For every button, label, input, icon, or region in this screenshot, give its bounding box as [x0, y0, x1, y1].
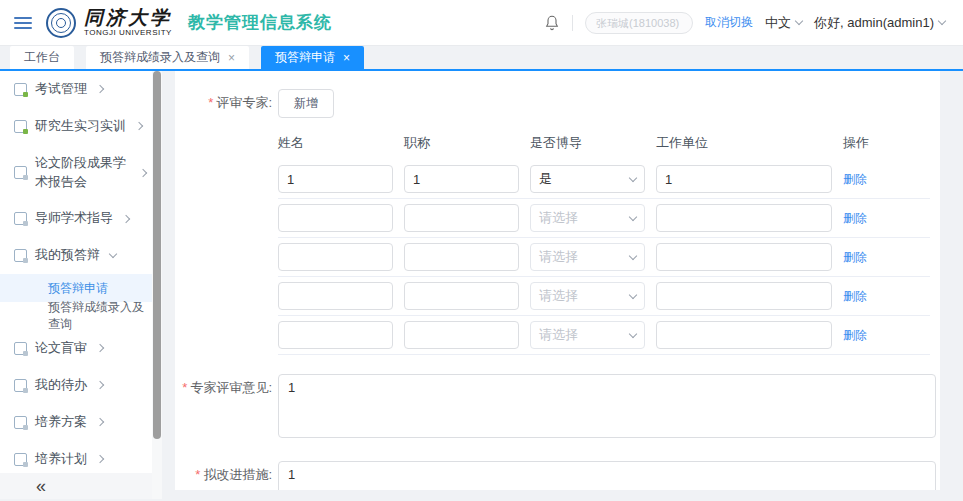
layout-gap [162, 71, 175, 499]
close-icon[interactable]: × [228, 52, 235, 64]
expert-unit-input[interactable] [656, 243, 832, 271]
expert-unit-input[interactable] [656, 165, 832, 193]
header: 同济大学 TONGJI UNIVERSITY 教学管理信息系统 取消切换 中文 … [0, 0, 963, 46]
add-expert-button[interactable]: 新增 [278, 89, 334, 118]
required-asterisk: * [182, 380, 187, 395]
sidebar-item-tutor-guidance[interactable]: 导师学术指导 [0, 200, 152, 237]
tab-workbench[interactable]: 工作台 [10, 46, 74, 69]
expert-label: *评审专家: [175, 89, 272, 355]
chevron-right-icon [96, 455, 104, 463]
col-action: 操作 [843, 134, 930, 152]
sidebar-subitem-predefense-application[interactable]: 预答辩申请 [0, 274, 152, 302]
chevron-right-icon [135, 122, 143, 130]
opinion-label: *专家评审意见: [175, 374, 272, 442]
chevron-down-icon [629, 173, 637, 181]
chevron-down-icon [109, 250, 117, 258]
sidebar: 考试管理 研究生实习实训 论文阶段成果学术报告会 导师学术指导 我的预答辩 [0, 71, 152, 499]
user-switch-input[interactable] [585, 12, 693, 34]
expert-title-input[interactable] [404, 243, 519, 271]
chevron-right-icon [96, 85, 104, 93]
table-row: 请选择 删除 [278, 316, 930, 355]
plan-icon [14, 453, 27, 466]
sidebar-subitem-predefense-scores[interactable]: 预答辩成绩录入及查询 [0, 302, 152, 330]
header-divider [572, 15, 573, 31]
chevron-right-icon [96, 381, 104, 389]
expert-title-input[interactable] [404, 204, 519, 232]
table-row: 请选择 删除 [278, 277, 930, 316]
doctoral-select[interactable]: 请选择 [530, 243, 645, 271]
opinion-section: *专家评审意见: 1 [175, 374, 930, 442]
doctoral-select[interactable]: 请选择 [530, 282, 645, 310]
sidebar-item-blind-review[interactable]: 论文盲审 [0, 330, 152, 367]
delete-row-link[interactable]: 删除 [843, 210, 930, 227]
expert-title-input[interactable] [404, 282, 519, 310]
measures-section: *拟改进措施: 1 [175, 461, 930, 490]
tongji-logo [46, 8, 76, 38]
sidebar-item-training-program[interactable]: 培养方案 [0, 404, 152, 441]
sidebar-item-thesis-report[interactable]: 论文阶段成果学术报告会 [0, 145, 152, 201]
blind-review-icon [14, 342, 27, 355]
cancel-switch-link[interactable]: 取消切换 [705, 14, 753, 31]
language-selector[interactable]: 中文 [765, 14, 802, 32]
chevron-down-icon [629, 329, 637, 337]
delete-row-link[interactable]: 删除 [843, 288, 930, 305]
guidance-icon [14, 212, 27, 225]
chevron-down-icon [629, 212, 637, 220]
university-name-en: TONGJI UNIVERSITY [84, 29, 172, 37]
greeting-label: 你好, admin(admin1) [814, 14, 934, 32]
table-header-row: 姓名 职称 是否博导 工作单位 操作 [278, 128, 930, 160]
expert-unit-input[interactable] [656, 282, 832, 310]
opinion-textarea[interactable]: 1 [278, 374, 936, 438]
expert-name-input[interactable] [278, 282, 393, 310]
table-row: 请选择 删除 [278, 238, 930, 277]
sidebar-item-internship[interactable]: 研究生实习实训 [0, 108, 152, 145]
todo-icon [14, 379, 27, 392]
expert-name-input[interactable] [278, 204, 393, 232]
tab-predefense-application[interactable]: 预答辩申请 × [261, 46, 364, 69]
delete-row-link[interactable]: 删除 [843, 249, 930, 266]
doctoral-select[interactable]: 请选择 [530, 321, 645, 349]
university-name-cn: 同济大学 [84, 8, 172, 27]
sidebar-item-my-predefense[interactable]: 我的预答辩 [0, 237, 152, 274]
col-doctoral: 是否博导 [530, 134, 645, 152]
doctoral-select[interactable]: 请选择 [530, 204, 645, 232]
expert-name-input[interactable] [278, 321, 393, 349]
chevron-right-icon [96, 418, 104, 426]
col-unit: 工作单位 [656, 134, 832, 152]
user-menu[interactable]: 你好, admin(admin1) [814, 14, 945, 32]
col-title: 职称 [404, 134, 519, 152]
table-row: 请选择 删除 [278, 199, 930, 238]
language-label: 中文 [765, 14, 791, 32]
expert-title-input[interactable] [404, 165, 519, 193]
expert-name-input[interactable] [278, 165, 393, 193]
expert-title-input[interactable] [404, 321, 519, 349]
sidebar-item-exam-management[interactable]: 考试管理 [0, 71, 152, 108]
sidebar-item-my-todo[interactable]: 我的待办 [0, 367, 152, 404]
scrollbar-thumb[interactable] [153, 71, 161, 439]
chevron-right-icon [122, 215, 130, 223]
predefense-icon [14, 249, 27, 262]
close-icon[interactable]: × [343, 52, 350, 64]
sidebar-collapse-button[interactable] [0, 473, 152, 499]
chevron-down-icon [629, 290, 637, 298]
university-name: 同济大学 TONGJI UNIVERSITY [84, 8, 172, 37]
page-title: 教学管理信息系统 [188, 11, 332, 34]
tab-predefense-scores[interactable]: 预答辩成绩录入及查询 × [86, 46, 249, 69]
program-icon [14, 416, 27, 429]
tab-label: 预答辩成绩录入及查询 [100, 49, 220, 66]
delete-row-link[interactable]: 删除 [843, 327, 930, 344]
tab-label: 工作台 [24, 49, 60, 66]
expert-unit-input[interactable] [656, 321, 832, 349]
expert-unit-input[interactable] [656, 204, 832, 232]
doctoral-select[interactable]: 是 [530, 165, 645, 193]
chevron-down-icon [795, 17, 803, 25]
sidebar-item-training-plan[interactable]: 培养计划 [0, 441, 152, 478]
bell-icon[interactable] [544, 14, 560, 32]
expert-table: 姓名 职称 是否博导 工作单位 操作 是 [278, 128, 930, 355]
delete-row-link[interactable]: 删除 [843, 171, 930, 188]
measures-textarea[interactable]: 1 [278, 461, 936, 490]
hamburger-menu-icon[interactable] [14, 17, 32, 29]
expert-name-input[interactable] [278, 243, 393, 271]
header-right: 取消切换 中文 你好, admin(admin1) [544, 12, 945, 34]
sidebar-scrollbar[interactable] [152, 71, 162, 499]
